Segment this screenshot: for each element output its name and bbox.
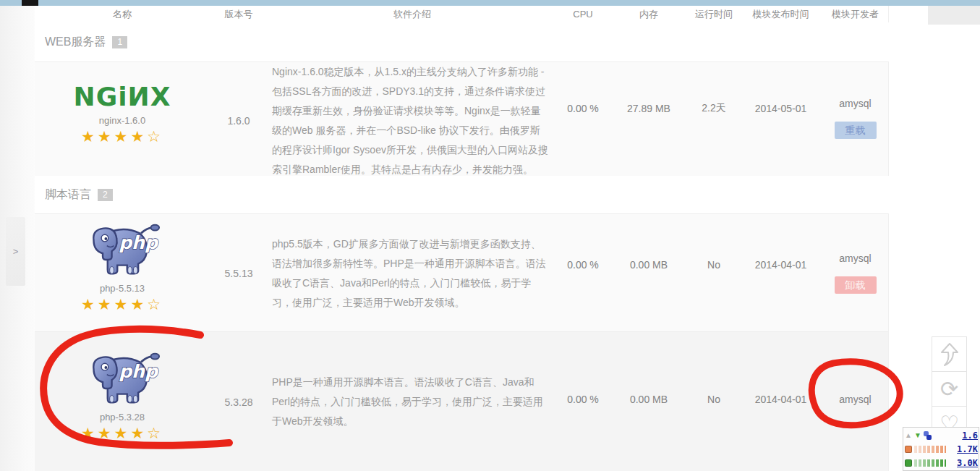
version-value: 1.6.0 xyxy=(210,62,268,177)
description-cell: php5.5版本，GD扩展多方面做了改进与新增更多函数支持、语法增加很多新特性等… xyxy=(268,214,557,332)
orange-bars-sparkline xyxy=(914,446,946,453)
developer-cell: amysql 重载 xyxy=(822,61,888,177)
refresh-button[interactable]: ⟳ xyxy=(932,371,967,407)
table-row-php5513: php php-5.5.13 ★★★★☆ 5.5.13 php5.5版本，GD扩… xyxy=(35,213,888,333)
gadget-row-green: 3.0K xyxy=(905,456,979,470)
developer-name: amysql xyxy=(839,394,871,405)
browser-top-bar xyxy=(0,0,980,6)
section-title-text: 脚本语言 xyxy=(45,187,91,203)
section-web-server: WEB服务器 1 xyxy=(35,22,898,61)
php-name-cell: php php-5.3.28 ★★★★☆ xyxy=(35,331,210,464)
curved-up-arrow-icon xyxy=(939,342,960,367)
upload-arrow-icon: ▲ xyxy=(905,432,912,439)
table-row-nginx: NGiИX nginx-1.6.0 ★★★★☆ 1.6.0 Nginx-1.6.… xyxy=(35,61,888,177)
section-script-language: 脚本语言 2 xyxy=(35,176,898,213)
orange-square-icon xyxy=(905,446,912,453)
star-rating: ★★★★☆ xyxy=(81,128,163,145)
cpu-value: 0.00 % xyxy=(557,213,609,323)
green-square-icon xyxy=(905,459,912,467)
memory-value: 27.89 MB xyxy=(609,61,689,167)
php-elephant-logo: php xyxy=(84,347,161,408)
col-header-release-date: 模块发布时间 xyxy=(739,8,822,21)
gadget-value: 1.7K xyxy=(957,444,979,454)
col-header-version: 版本号 xyxy=(210,8,268,21)
topbar-black-block xyxy=(22,0,38,6)
star-rating: ★★★★☆ xyxy=(81,296,163,313)
col-header-name: 名称 xyxy=(35,8,210,21)
table-row-php5328: php php-5.3.28 ★★★★☆ 5.3.28 PHP是一种通用开源脚本… xyxy=(35,331,888,471)
reload-button[interactable]: 重载 xyxy=(835,122,877,139)
uninstall-button[interactable]: 卸载 xyxy=(835,276,877,294)
svg-text:php: php xyxy=(119,232,159,253)
col-header-cpu: CPU xyxy=(557,9,609,20)
release-date-value: 2014-04-01 xyxy=(739,213,822,323)
description-text: php5.5版本，GD扩展多方面做了改进与新增更多函数支持、语法增加很多新特性等… xyxy=(268,234,557,313)
uptime-value: 2.2天 xyxy=(689,61,739,167)
module-table: 名称 版本号 软件介绍 CPU 内存 运行时间 模块发布时间 模块开发者 WEB… xyxy=(35,6,889,471)
floating-toolbar: ⟳ ♡ xyxy=(932,337,967,441)
col-header-memory: 内存 xyxy=(609,8,689,21)
module-name: nginx-1.6.0 xyxy=(99,115,145,126)
download-arrow-icon: ▼ xyxy=(914,432,921,439)
back-to-top-button[interactable] xyxy=(932,336,967,372)
col-header-description: 软件介绍 xyxy=(268,8,557,21)
col-header-uptime: 运行时间 xyxy=(689,8,739,21)
description-cell: Nginx-1.6.0稳定版本，从1.5.x的主线分支纳入了许多新功能 - 包括… xyxy=(268,62,557,177)
sidebar-collapse-tab[interactable]: > xyxy=(6,217,25,286)
description-text: Nginx-1.6.0稳定版本，从1.5.x的主线分支纳入了许多新功能 - 包括… xyxy=(268,62,557,177)
version-value: 5.3.28 xyxy=(210,332,268,471)
cpu-value: 0.00 % xyxy=(557,331,609,469)
uptime-value: No xyxy=(689,213,739,323)
gadget-value: 3.0K xyxy=(957,458,979,468)
gadget-row-transfer: ▲ ▼ 1.6 xyxy=(905,428,979,442)
section-title-text: WEB服务器 xyxy=(45,35,106,50)
network-monitor-gadget: ▲ ▼ 1.6 1.7K 3.0K xyxy=(903,427,979,471)
cpu-value: 0.00 % xyxy=(557,61,609,167)
svg-text:php: php xyxy=(119,361,159,382)
gadget-value: 1.6 xyxy=(962,430,979,441)
green-bars-sparkline xyxy=(914,459,946,467)
description-text: PHP是一种通用开源脚本语言。语法吸收了C语言、Java和Perl的特点，入门门… xyxy=(268,373,557,431)
developer-name: amysql xyxy=(839,253,871,264)
memory-value: 0.00 MB xyxy=(609,213,689,323)
table-header-row: 名称 版本号 软件介绍 CPU 内存 运行时间 模块发布时间 模块开发者 xyxy=(35,6,888,23)
developer-name: amysql xyxy=(839,98,871,109)
top-right-gray-area xyxy=(928,6,980,25)
refresh-icon: ⟳ xyxy=(940,378,958,400)
col-header-developer: 模块开发者 xyxy=(822,8,888,21)
developer-cell: amysql 卸载 xyxy=(822,214,888,332)
php-elephant-logo: php xyxy=(84,218,161,279)
release-date-value: 2014-05-01 xyxy=(739,61,822,167)
php-name-cell: php php-5.5.13 ★★★★☆ xyxy=(35,213,210,325)
section-count-badge: 1 xyxy=(112,36,127,48)
nginx-logo: NGiИX xyxy=(74,82,171,111)
blue-blocks-icon xyxy=(924,431,932,440)
developer-cell: amysql xyxy=(822,331,888,469)
module-name: php-5.5.13 xyxy=(100,283,145,294)
module-name: php-5.3.28 xyxy=(100,412,145,423)
description-cell: PHP是一种通用开源脚本语言。语法吸收了C语言、Java和Perl的特点，入门门… xyxy=(268,332,557,471)
gadget-row-orange: 1.7K xyxy=(905,442,979,456)
nginx-name-cell: NGiИX nginx-1.6.0 ★★★★☆ xyxy=(35,61,210,172)
section-count-badge: 2 xyxy=(98,189,113,201)
uptime-value: No xyxy=(689,331,739,469)
star-rating: ★★★★☆ xyxy=(81,425,163,442)
memory-value: 0.00 MB xyxy=(609,331,689,469)
release-date-value: 2014-04-01 xyxy=(739,331,822,469)
version-value: 5.5.13 xyxy=(210,214,268,332)
